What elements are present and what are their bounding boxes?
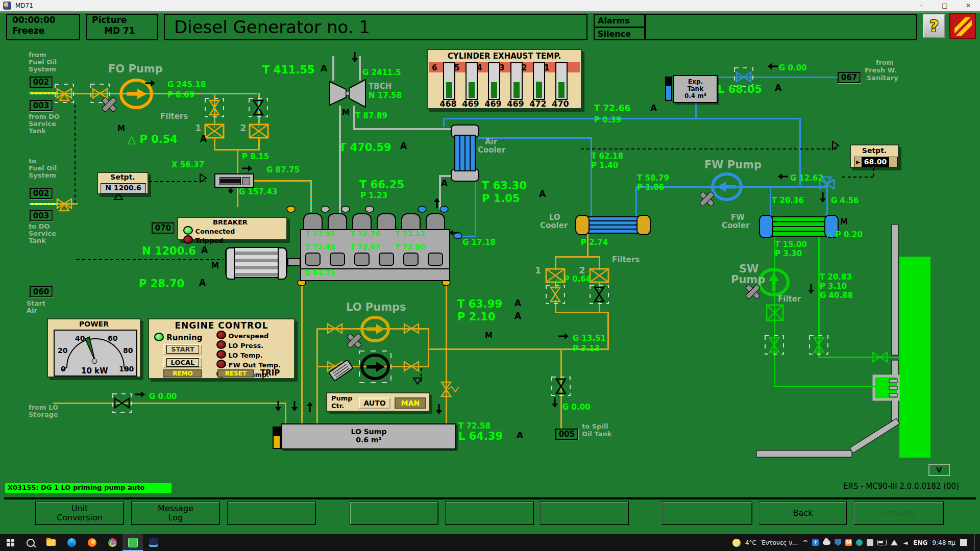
updraft-icon[interactable]: ↑ xyxy=(812,539,819,546)
tag-box-067[interactable]: 067 xyxy=(838,72,861,83)
taskbar-app-start[interactable] xyxy=(0,534,20,551)
cloud-icon[interactable] xyxy=(823,540,830,545)
mimic-label: A xyxy=(400,142,407,151)
remote-button[interactable]: REMO xyxy=(163,369,202,378)
flow-arrow-head xyxy=(778,173,782,180)
reset-button[interactable]: RESET xyxy=(217,369,254,378)
mimic-label: T 72.90 xyxy=(395,243,425,251)
footer-button-back[interactable]: Back xyxy=(759,502,847,525)
clock[interactable]: 9:48 πμ xyxy=(932,539,955,546)
valve[interactable] xyxy=(827,180,834,189)
mimic-label: M xyxy=(211,262,219,270)
language-indicator[interactable]: ENG xyxy=(913,539,927,546)
mimic-label: P 8.15 xyxy=(242,153,269,161)
mimic-label: A xyxy=(514,299,521,308)
net-icon[interactable] xyxy=(891,540,898,545)
valve[interactable] xyxy=(60,204,69,211)
system-tray: 4°C Έντονες ν... ^↑M◄ ENG 9:48 πμ xyxy=(732,534,980,551)
tag-box-003[interactable]: 003 xyxy=(30,100,53,111)
battery-icon[interactable] xyxy=(877,540,887,545)
mimic-label: T 72.58 xyxy=(458,422,491,431)
printer-icon[interactable] xyxy=(867,539,873,546)
generator-shaft xyxy=(287,258,301,266)
pipe xyxy=(591,137,592,216)
taskbar-app-camera[interactable] xyxy=(122,534,143,551)
cylinder-temp-bar xyxy=(555,62,568,100)
notification-icon[interactable] xyxy=(960,539,967,546)
pump-man-button[interactable]: MAN xyxy=(395,397,426,409)
tag-box-070[interactable]: 070 xyxy=(152,222,175,234)
setpoint-spinner[interactable]: ▶ xyxy=(854,157,862,167)
footer-button-empty[interactable] xyxy=(445,502,534,525)
footer-button-empty[interactable] xyxy=(540,502,629,525)
running-label: Running xyxy=(166,333,202,342)
sw-pump-arrow-head xyxy=(769,272,779,281)
weather-text[interactable]: Έντονες ν... xyxy=(761,539,798,546)
footer-button-empty[interactable] xyxy=(350,502,438,525)
pipe xyxy=(826,184,828,216)
local-button[interactable]: LOCAL xyxy=(163,357,202,368)
tag-box-003[interactable]: 003 xyxy=(30,210,53,221)
mimic-label: A xyxy=(200,135,207,144)
pipe xyxy=(475,178,476,237)
mimic-label: Air xyxy=(27,307,37,314)
taskbar-app-edge[interactable] xyxy=(61,534,82,551)
taskbar-app-firefox[interactable] xyxy=(82,534,102,551)
mimic-label: A xyxy=(321,64,327,73)
temp-setpoint-value[interactable]: 68.00 xyxy=(862,157,889,167)
valve[interactable] xyxy=(822,177,831,184)
breaker-tripped-label: Tripped xyxy=(195,237,224,244)
mimic-label: G 12.62 xyxy=(790,174,823,183)
breaker-panel: BREAKER Connected Tripped xyxy=(177,217,287,240)
pipe xyxy=(443,118,445,127)
exp-tank-l3: 0.4 m³ xyxy=(674,92,717,99)
fo-pump-arrow xyxy=(127,92,137,96)
show-desktop-button[interactable] xyxy=(974,534,977,551)
shield-icon[interactable] xyxy=(835,539,841,546)
weather-icon[interactable] xyxy=(732,539,741,547)
pump-auto-button[interactable]: AUTO xyxy=(359,397,390,409)
weather-temp[interactable]: 4°C xyxy=(745,539,756,546)
valve[interactable] xyxy=(60,93,69,101)
fo-pump-arrow-head xyxy=(137,89,147,99)
footer-button-unit-conversion[interactable]: Unit Conversion xyxy=(35,502,124,525)
start-button[interactable]: START xyxy=(163,344,202,355)
taskbar-app-vlc[interactable] xyxy=(143,534,163,551)
breaker-connected-led xyxy=(183,226,193,235)
tag-box-060[interactable]: 060 xyxy=(30,286,53,297)
flow-arrow-head xyxy=(291,407,298,411)
mimic-label: LO Pumps xyxy=(346,302,406,313)
tag-box-002[interactable]: 002 xyxy=(30,188,53,199)
breaker-title: BREAKER xyxy=(183,218,286,226)
hull-plate xyxy=(756,450,852,457)
caret-icon[interactable]: ^ xyxy=(802,539,808,546)
footer-button-forward[interactable]: Forward xyxy=(854,502,944,525)
vlc-icon xyxy=(149,538,158,547)
alarm-led xyxy=(216,350,226,359)
cylinder-temp-bar xyxy=(510,62,523,100)
pipe xyxy=(237,188,238,207)
mwb-icon[interactable]: M xyxy=(845,539,852,546)
tag-box-002[interactable]: 002 xyxy=(30,77,53,88)
taskbar-app-search[interactable] xyxy=(20,534,41,551)
taskbar-app-folder[interactable] xyxy=(41,534,61,551)
alarm-label: Overspeed xyxy=(229,332,269,340)
mimic-label: T 72.12 xyxy=(395,230,425,238)
vent-dot xyxy=(341,206,350,212)
status-message[interactable]: X03155: DG 1 LO priming pump auto xyxy=(5,483,172,493)
footer-button-empty[interactable] xyxy=(662,502,752,525)
svg-text:100: 100 xyxy=(119,365,134,373)
taskbar-app-chrome[interactable] xyxy=(102,534,122,551)
footer-button-message-log[interactable]: Message Log xyxy=(131,502,220,525)
vol-icon[interactable]: ◄ xyxy=(902,539,909,546)
teal-icon[interactable] xyxy=(856,539,863,546)
exp-tank-l1: Exp. xyxy=(674,78,717,85)
speed-setpoint-value[interactable]: N 1200.6 xyxy=(101,183,146,193)
mimic-label: G 13.51 xyxy=(573,335,606,343)
v-button[interactable]: V xyxy=(928,464,950,476)
tag-box-005[interactable]: 005 xyxy=(555,429,578,440)
mimic-label: P 1.86 xyxy=(637,184,664,192)
mimic-label: T 20.36 xyxy=(772,197,804,205)
mimic-label: P 1.23 xyxy=(360,192,387,200)
footer-button-empty[interactable] xyxy=(227,502,316,525)
